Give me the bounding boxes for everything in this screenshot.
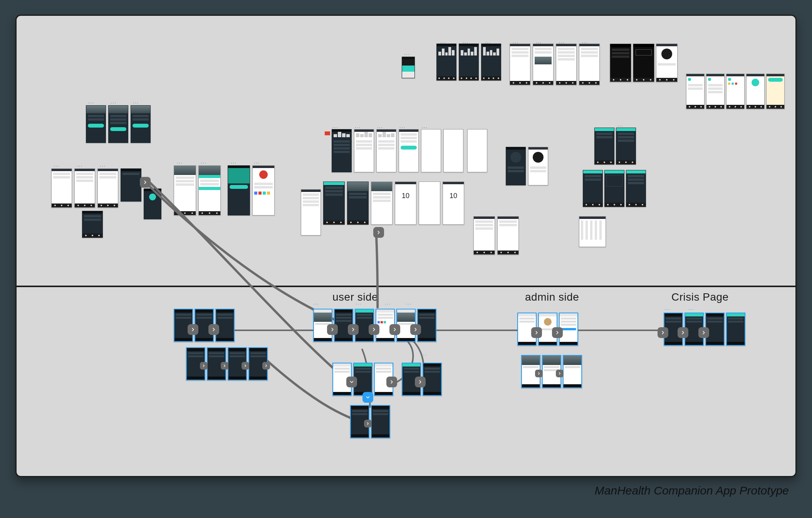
artboard-feed-dark[interactable] xyxy=(347,182,369,225)
flow-node-icon[interactable] xyxy=(221,362,228,370)
ellipsis-icon: ... xyxy=(406,300,412,306)
artboard-feed-dark[interactable] xyxy=(323,182,345,225)
stage: ... ... ... ... ... ... ... ... xyxy=(0,0,812,518)
flow-node-icon[interactable] xyxy=(348,324,359,335)
flow-node-icon[interactable] xyxy=(208,324,219,335)
artboard-mint-dark[interactable] xyxy=(583,170,603,207)
ellipsis-icon: ... xyxy=(356,300,362,306)
artboard-article[interactable] xyxy=(198,165,221,215)
artboard-map[interactable] xyxy=(579,216,606,247)
flow-node-icon[interactable] xyxy=(327,324,338,335)
flow-node-icon[interactable] xyxy=(346,377,357,387)
artboard-dark[interactable] xyxy=(144,188,161,219)
artboard-light[interactable] xyxy=(656,44,678,82)
ellipsis-icon: ... xyxy=(664,306,671,311)
artboard-form-dark[interactable] xyxy=(86,105,106,143)
artboard-form-dark[interactable] xyxy=(131,105,151,143)
ellipsis-icon: ... xyxy=(77,162,83,168)
ellipsis-icon: ... xyxy=(688,306,695,311)
flow-node-icon[interactable] xyxy=(410,324,421,335)
design-canvas[interactable]: ... ... ... ... ... ... ... ... xyxy=(15,15,797,477)
artboard-blank[interactable] xyxy=(467,129,487,172)
artboard-light[interactable] xyxy=(51,168,72,208)
artboard-blank[interactable] xyxy=(421,129,441,172)
flow-frame-crisis[interactable] xyxy=(726,313,745,346)
artboard-mint-dark[interactable] xyxy=(626,170,646,207)
artboard-light[interactable] xyxy=(74,168,95,208)
flow-frame[interactable] xyxy=(371,405,390,438)
ellipsis-icon: ... xyxy=(111,99,117,104)
flow-connectors xyxy=(17,16,795,476)
artboard-profile[interactable] xyxy=(528,147,548,185)
flow-node-icon[interactable] xyxy=(242,362,249,370)
artboard-dark[interactable] xyxy=(121,168,141,202)
artboard-mint-dark[interactable] xyxy=(604,170,624,207)
flow-node-icon[interactable] xyxy=(362,392,373,403)
flow-node-icon[interactable] xyxy=(389,324,400,335)
artboard-feed[interactable] xyxy=(354,129,374,172)
flow-node-icon[interactable] xyxy=(262,362,270,370)
artboard-stats-dark[interactable] xyxy=(459,44,479,81)
artboard-chat[interactable] xyxy=(686,74,705,109)
artboard-palette[interactable] xyxy=(402,57,415,78)
ellipsis-icon: ... xyxy=(617,122,624,128)
artboard-light[interactable] xyxy=(556,44,577,85)
flow-node-icon[interactable] xyxy=(188,324,198,335)
flow-node-icon[interactable] xyxy=(556,370,564,377)
artboard-form-dark[interactable] xyxy=(108,105,128,143)
artboard-light[interactable] xyxy=(533,44,554,85)
flow-node-icon[interactable] xyxy=(386,377,397,387)
flow-node-icon[interactable] xyxy=(140,177,151,188)
artboard-admin[interactable] xyxy=(473,216,495,255)
artboard-chat[interactable] xyxy=(746,74,765,109)
artboard-alert[interactable] xyxy=(252,165,275,215)
artboard-counter[interactable]: 10 xyxy=(395,182,416,225)
flow-node-icon[interactable] xyxy=(369,324,379,335)
flow-node-icon[interactable] xyxy=(552,327,563,338)
artboard-light[interactable] xyxy=(579,44,600,85)
artboard-feed[interactable] xyxy=(399,129,419,172)
artboard-counter[interactable]: 10 xyxy=(443,182,464,225)
artboard-blank[interactable] xyxy=(443,129,463,172)
artboard-black[interactable] xyxy=(610,44,631,82)
flow-frame-admin[interactable] xyxy=(563,355,582,388)
artboard-admin[interactable] xyxy=(497,216,519,255)
artboard-teal-dark[interactable] xyxy=(228,165,250,215)
artboard-mint-dark[interactable] xyxy=(594,128,614,165)
artboard-chat[interactable] xyxy=(766,74,785,109)
artboard-mint-dark[interactable] xyxy=(616,128,636,165)
artboard-feed[interactable] xyxy=(301,189,321,235)
flow-node-icon[interactable] xyxy=(531,327,542,338)
flow-node-icon[interactable] xyxy=(415,377,426,387)
artboard-light[interactable] xyxy=(510,44,530,85)
artboard-light[interactable] xyxy=(97,168,118,208)
artboard-blank[interactable] xyxy=(419,182,440,225)
artboard-feed[interactable] xyxy=(376,129,396,172)
artboard-chat[interactable] xyxy=(726,74,745,109)
artboard-stats-dark[interactable] xyxy=(436,44,456,81)
flow-node-icon[interactable] xyxy=(678,327,688,338)
flow-node-icon[interactable] xyxy=(200,362,208,370)
ellipsis-icon: ... xyxy=(177,159,183,165)
image-caption: ManHealth Companion App Prototype xyxy=(595,484,789,497)
ellipsis-icon: ... xyxy=(377,124,383,129)
artboard-chat[interactable] xyxy=(706,74,725,109)
ellipsis-icon: ... xyxy=(313,300,319,306)
artboard-article[interactable] xyxy=(174,165,196,215)
flow-node-icon[interactable] xyxy=(698,327,709,338)
artboard-black[interactable] xyxy=(633,44,654,82)
ellipsis-icon: ... xyxy=(231,159,237,165)
artboard-feed-dark[interactable] xyxy=(332,129,352,172)
flow-node-icon[interactable] xyxy=(373,227,384,238)
artboard-dark[interactable] xyxy=(82,211,103,238)
flow-node-icon[interactable] xyxy=(364,420,372,427)
artboard-feed[interactable] xyxy=(371,182,393,225)
ellipsis-icon: ... xyxy=(332,124,339,129)
ellipsis-icon: ... xyxy=(54,162,60,168)
ellipsis-icon: ... xyxy=(404,50,410,56)
flow-node-icon[interactable] xyxy=(535,370,543,377)
flow-node-icon[interactable] xyxy=(658,327,668,338)
artboard-stats-dark[interactable] xyxy=(481,44,501,81)
artboard-profile-dark[interactable] xyxy=(506,147,526,185)
ellipsis-icon: ... xyxy=(100,162,106,168)
